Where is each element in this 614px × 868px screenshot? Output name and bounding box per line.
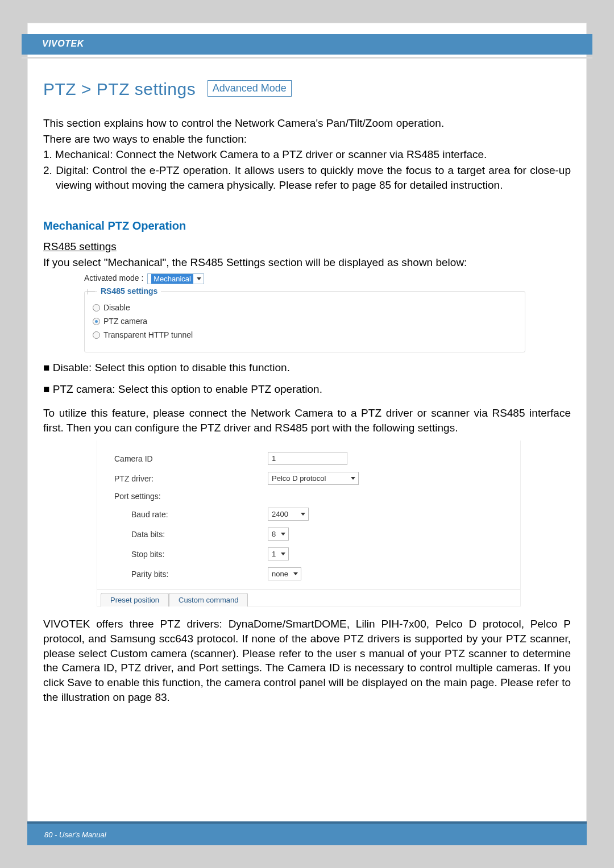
rs485-legend: RS485 settings	[97, 286, 161, 296]
page-footer: 80 - User's Manual	[27, 821, 587, 845]
port-settings-label: Port settings:	[114, 492, 268, 501]
ptz-driver-select[interactable]: Pelco D protocol	[268, 472, 359, 485]
header-band: VIVOTEK	[22, 34, 592, 55]
radio-icon	[93, 304, 100, 312]
camera-id-input[interactable]: 1	[268, 452, 347, 465]
tab-preset-position[interactable]: Preset position	[101, 593, 169, 607]
parity-bits-label: Parity bits:	[114, 570, 268, 579]
ptz-driver-label: PTZ driver:	[114, 474, 268, 483]
radio-label-disable: Disable	[103, 303, 130, 312]
bullet-ptz-camera: ■ PTZ camera: Select this option to enab…	[43, 383, 571, 396]
intro-list-item-2: 2. Digital: Control the e-PTZ operation.…	[43, 163, 571, 192]
drivers-paragraph: VIVOTEK offers three PTZ drivers: DynaDo…	[43, 617, 571, 704]
radio-icon-checked	[93, 318, 100, 325]
rs485-settings-heading: RS485 settings	[43, 240, 571, 253]
radio-label-tunnel: Transparent HTTP tunnel	[103, 330, 193, 339]
radio-row-ptz-camera[interactable]: PTZ camera	[93, 317, 517, 326]
chevron-down-icon	[281, 533, 285, 535]
data-bits-value: 8	[272, 530, 276, 538]
baud-rate-label: Baud rate:	[114, 510, 268, 519]
intro-paragraph-1: This section explains how to control the…	[43, 116, 571, 131]
baud-rate-select[interactable]: 2400	[268, 508, 309, 521]
footer-text: 80 - User's Manual	[44, 830, 106, 839]
bullet-disable: ■ Disable: Select this option to disable…	[43, 362, 571, 374]
activated-mode-row: Activated mode : Mechanical	[84, 273, 525, 284]
chevron-down-icon	[197, 277, 201, 280]
advanced-mode-badge: Advanced Mode	[208, 80, 292, 97]
radio-row-disable[interactable]: Disable	[93, 303, 517, 312]
ptz-driver-value: Pelco D protocol	[272, 474, 326, 483]
stop-bits-label: Stop bits:	[114, 550, 268, 559]
activated-mode-select[interactable]: Mechanical	[147, 273, 204, 284]
rs485-fieldset: RS485 settings Disable PTZ camera Transp…	[84, 291, 525, 352]
tab-bar: Preset position Custom command	[97, 589, 520, 606]
chevron-down-icon	[301, 513, 305, 516]
data-bits-label: Data bits:	[114, 530, 268, 539]
brand-logo: VIVOTEK	[42, 39, 84, 49]
connect-paragraph: To utilize this feature, please connect …	[43, 406, 571, 435]
radio-row-transparent-tunnel[interactable]: Transparent HTTP tunnel	[93, 330, 517, 339]
baud-rate-value: 2400	[272, 510, 288, 518]
stop-bits-select[interactable]: 1	[268, 547, 289, 560]
parity-bits-select[interactable]: none	[268, 567, 301, 580]
chevron-down-icon	[281, 553, 285, 555]
radio-label-ptz: PTZ camera	[103, 317, 147, 326]
activated-mode-value: Mechanical	[151, 274, 193, 284]
stop-bits-value: 1	[272, 550, 276, 558]
section-heading-mechanical: Mechanical PTZ Operation	[43, 219, 571, 232]
data-bits-select[interactable]: 8	[268, 528, 289, 541]
page-title: PTZ > PTZ settings	[43, 80, 196, 99]
rs485-explain: If you select "Mechanical", the RS485 Se…	[43, 256, 571, 269]
camera-id-label: Camera ID	[114, 454, 268, 463]
activated-mode-label: Activated mode :	[84, 273, 143, 283]
chevron-down-icon	[293, 572, 298, 575]
intro-list-item-1: 1. Mechanical: Connect the Network Camer…	[43, 147, 571, 162]
parity-bits-value: none	[272, 570, 288, 578]
radio-icon	[93, 331, 100, 339]
intro-paragraph-2: There are two ways to enable the functio…	[43, 132, 571, 147]
chevron-down-icon	[351, 477, 355, 480]
ptz-settings-card: Camera ID 1 PTZ driver: Pelco D protocol…	[97, 441, 521, 607]
header-separator	[22, 57, 592, 59]
tab-custom-command[interactable]: Custom command	[169, 593, 248, 607]
